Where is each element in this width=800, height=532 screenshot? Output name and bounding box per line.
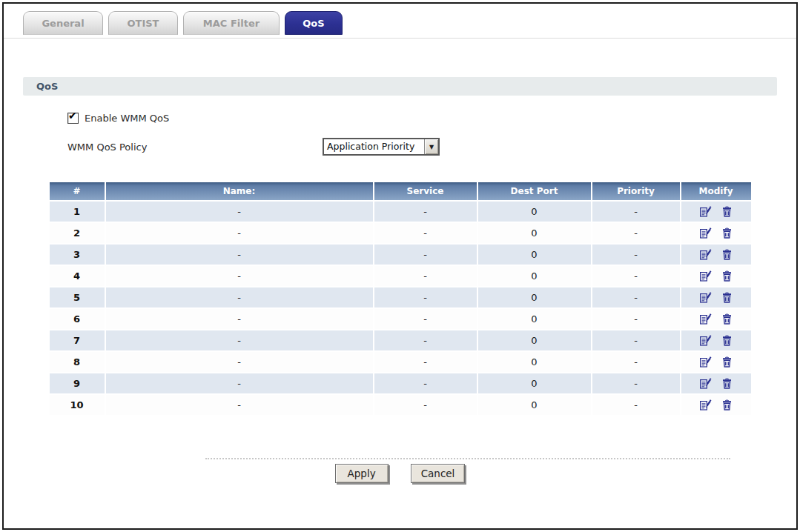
cell-service: -	[374, 395, 477, 415]
cell-dest-port: 0	[478, 352, 591, 372]
cell-name: -	[106, 373, 373, 393]
wmm-qos-policy-select[interactable]: Application Priority ▼	[323, 138, 440, 156]
section-header-qos: QoS	[23, 77, 777, 96]
cell-service: -	[374, 309, 477, 329]
edit-note-icon[interactable]	[699, 377, 712, 390]
action-buttons: Apply Cancel	[4, 464, 796, 483]
row-index: 5	[50, 287, 105, 307]
cell-service: -	[374, 287, 477, 307]
cell-dest-port: 0	[478, 245, 591, 265]
edit-note-icon[interactable]	[699, 227, 712, 239]
cell-service: -	[374, 266, 477, 286]
trash-icon[interactable]	[721, 356, 733, 368]
cell-dest-port: 0	[478, 395, 591, 415]
checkmark-icon: ✔	[68, 109, 77, 122]
trash-icon[interactable]	[721, 399, 733, 411]
cell-priority: -	[592, 223, 680, 243]
edit-note-icon[interactable]	[699, 334, 712, 347]
cell-modify	[681, 330, 751, 350]
tab-qos[interactable]: QoS	[285, 11, 343, 35]
tab-general[interactable]: General	[23, 11, 103, 35]
edit-note-icon[interactable]	[699, 291, 712, 304]
col-header-modify: Modify	[681, 182, 751, 200]
table-row: 6 - - 0 -	[50, 309, 751, 329]
cell-service: -	[374, 373, 477, 393]
table-row: 9 - - 0 -	[50, 373, 751, 393]
cell-modify	[681, 309, 751, 329]
col-header-dest-port: Dest Port	[478, 182, 591, 200]
trash-icon[interactable]	[721, 248, 733, 261]
cell-modify	[681, 373, 751, 393]
qos-rules-table: # Name: Service Dest Port Priority Modif…	[48, 181, 753, 416]
cell-name: -	[106, 245, 373, 265]
enable-wmm-qos-checkbox[interactable]: ✔	[67, 113, 79, 124]
cell-priority: -	[592, 287, 680, 307]
cell-priority: -	[592, 330, 680, 350]
page-frame: General OTIST MAC Filter QoS QoS ✔ Enabl…	[2, 2, 798, 530]
table-row: 8 - - 0 -	[50, 352, 751, 372]
cell-modify	[681, 287, 751, 307]
cell-modify	[681, 202, 751, 222]
trash-icon[interactable]	[721, 205, 733, 218]
cell-dest-port: 0	[478, 309, 591, 329]
trash-icon[interactable]	[721, 377, 733, 390]
cell-modify	[681, 395, 751, 415]
cell-name: -	[106, 395, 373, 415]
col-header-index: #	[50, 182, 105, 200]
cell-name: -	[106, 223, 373, 243]
separator-dotted-line	[205, 458, 730, 459]
edit-note-icon[interactable]	[699, 356, 712, 368]
edit-note-icon[interactable]	[699, 248, 712, 261]
wmm-qos-policy-label: WMM QoS Policy	[67, 142, 323, 153]
edit-note-icon[interactable]	[699, 205, 712, 218]
cell-name: -	[106, 287, 373, 307]
table-row: 3 - - 0 -	[50, 245, 751, 265]
col-header-priority: Priority	[592, 182, 680, 200]
enable-wmm-qos-row: ✔ Enable WMM QoS	[67, 110, 796, 125]
cell-service: -	[374, 330, 477, 350]
row-index: 9	[50, 373, 105, 393]
table-row: 10 - - 0 -	[50, 395, 751, 415]
cell-dest-port: 0	[478, 287, 591, 307]
edit-note-icon[interactable]	[699, 399, 712, 411]
cell-service: -	[374, 352, 477, 372]
edit-note-icon[interactable]	[699, 313, 712, 325]
cell-service: -	[374, 245, 477, 265]
row-index: 1	[50, 202, 105, 222]
edit-note-icon[interactable]	[699, 270, 712, 282]
cell-modify	[681, 245, 751, 265]
cell-dest-port: 0	[478, 223, 591, 243]
table-row: 5 - - 0 -	[50, 287, 751, 307]
trash-icon[interactable]	[721, 334, 733, 347]
cell-dest-port: 0	[478, 373, 591, 393]
section-title: QoS	[36, 81, 58, 92]
tab-mac-filter[interactable]: MAC Filter	[183, 11, 280, 35]
cell-modify	[681, 266, 751, 286]
chevron-down-icon[interactable]: ▼	[424, 139, 438, 154]
cell-priority: -	[592, 266, 680, 286]
cell-dest-port: 0	[478, 330, 591, 350]
cell-dest-port: 0	[478, 266, 591, 286]
trash-icon[interactable]	[721, 313, 733, 325]
trash-icon[interactable]	[721, 270, 733, 282]
row-index: 10	[50, 395, 105, 415]
wmm-qos-policy-value: Application Priority	[324, 139, 424, 154]
cell-priority: -	[592, 352, 680, 372]
cancel-button[interactable]: Cancel	[411, 464, 466, 483]
apply-button[interactable]: Apply	[335, 464, 389, 483]
row-index: 2	[50, 223, 105, 243]
enable-wmm-qos-label: Enable WMM QoS	[85, 113, 169, 124]
trash-icon[interactable]	[721, 227, 733, 239]
cell-priority: -	[592, 245, 680, 265]
cell-service: -	[374, 223, 477, 243]
wmm-qos-policy-row: WMM QoS Policy Application Priority ▼	[67, 138, 796, 156]
row-index: 4	[50, 266, 105, 286]
cell-name: -	[106, 309, 373, 329]
cell-priority: -	[592, 202, 680, 222]
row-index: 6	[50, 309, 105, 329]
table-row: 1 - - 0 -	[50, 202, 751, 222]
trash-icon[interactable]	[721, 291, 733, 304]
table-header-row: # Name: Service Dest Port Priority Modif…	[50, 182, 751, 200]
cell-name: -	[106, 352, 373, 372]
tab-otist[interactable]: OTIST	[108, 11, 178, 35]
